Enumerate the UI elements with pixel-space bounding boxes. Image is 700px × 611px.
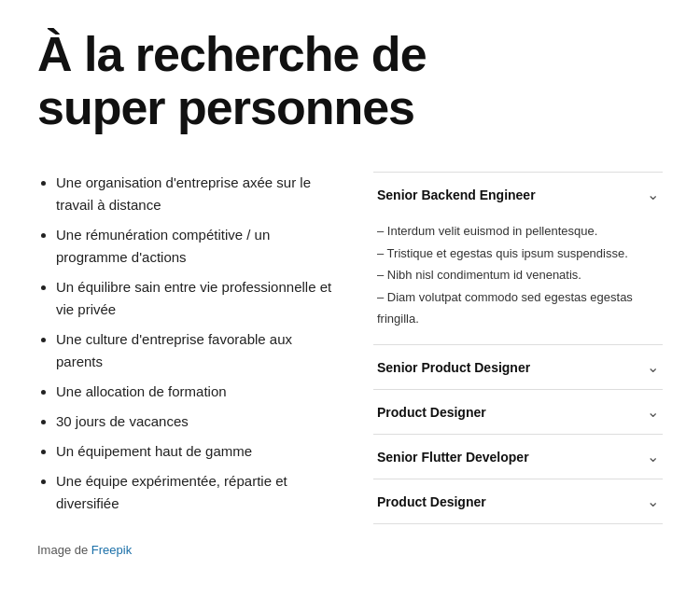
bullet-item: Tristique et egestas quis ipsum suspendi… [377,243,659,264]
benefit-item: Une rémunération compétitive / un progra… [56,224,336,269]
page-title: À la recherche de super personnes [37,28,467,134]
chevron-icon-senior-flutter-developer: ⌄ [647,448,659,465]
accordion-title-senior-flutter-developer: Senior Flutter Developer [377,450,529,465]
accordion-item-senior-flutter-developer: Senior Flutter Developer⌄ [373,434,663,479]
accordion-body-senior-backend: Interdum velit euismod in pellentesque.T… [373,216,663,344]
benefit-item: Une organisation d'entreprise axée sur l… [56,172,336,216]
chevron-icon-senior-backend: ⌄ [647,186,659,203]
benefits-section: Une organisation d'entreprise axée sur l… [37,172,336,557]
accordion-header-product-designer-2[interactable]: Product Designer⌄ [373,479,663,523]
chevron-icon-product-designer: ⌄ [647,403,659,421]
bullet-item: Nibh nisl condimentum id venenatis. [377,264,659,285]
accordion-title-product-designer: Product Designer [377,405,486,420]
accordion-section: Senior Backend Engineer⌄Interdum velit e… [373,172,663,524]
accordion-header-senior-backend[interactable]: Senior Backend Engineer⌄ [373,173,663,216]
benefit-item: 30 jours de vacances [56,410,336,433]
freepik-link[interactable]: Freepik [91,543,132,557]
benefit-item: Une équipe expérimentée, répartie et div… [56,470,336,515]
accordion-item-product-designer-2: Product Designer⌄ [373,479,663,524]
accordion-item-senior-product-designer: Senior Product Designer⌄ [373,344,663,389]
accordion-item-product-designer: Product Designer⌄ [373,389,663,434]
benefit-item: Une culture d'entreprise favorable aux p… [56,328,336,373]
benefits-list: Une organisation d'entreprise axée sur l… [37,172,336,515]
accordion-header-product-designer[interactable]: Product Designer⌄ [373,390,663,434]
accordion-title-senior-backend: Senior Backend Engineer [377,187,536,202]
accordion-item-senior-backend: Senior Backend Engineer⌄Interdum velit e… [373,172,663,344]
accordion-title-senior-product-designer: Senior Product Designer [377,360,530,375]
accordion-header-senior-flutter-developer[interactable]: Senior Flutter Developer⌄ [373,435,663,479]
benefit-item: Un équilibre sain entre vie professionne… [56,276,336,321]
image-credit: Image de Freepik [37,543,336,557]
benefit-item: Une allocation de formation [56,381,336,403]
chevron-icon-product-designer-2: ⌄ [647,493,659,510]
accordion-title-product-designer-2: Product Designer [377,494,486,509]
bullet-item: Diam volutpat commodo sed egestas egesta… [377,286,659,330]
benefit-item: Un équipement haut de gamme [56,440,336,463]
bullet-item: Interdum velit euismod in pellentesque. [377,220,659,242]
chevron-icon-senior-product-designer: ⌄ [647,358,659,376]
accordion-header-senior-product-designer[interactable]: Senior Product Designer⌄ [373,345,663,389]
